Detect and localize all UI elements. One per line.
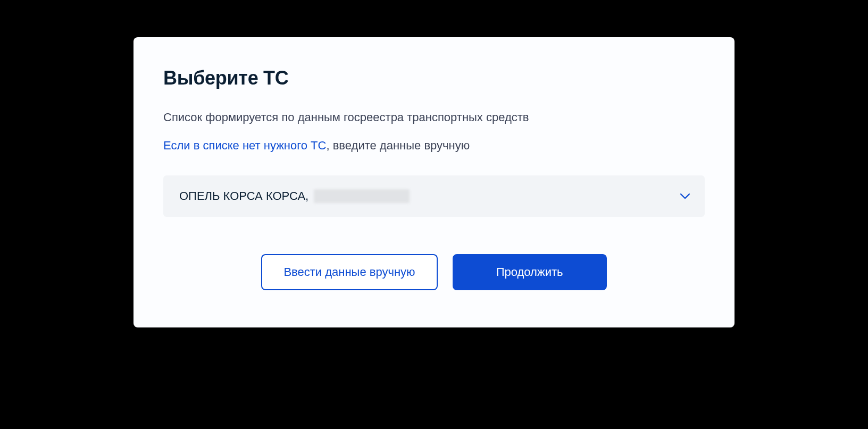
chevron-down-icon [680,191,690,201]
description-text: Список формируется по данным госреестра … [163,108,705,126]
select-value: ОПЕЛЬ КОРСА КОРСА, [179,189,308,203]
manual-entry-link[interactable]: Если в списке нет нужного ТС [163,139,326,152]
continue-button[interactable]: Продолжить [453,254,607,290]
manual-entry-button[interactable]: Ввести данные вручную [261,254,437,290]
vehicle-select-dropdown[interactable]: ОПЕЛЬ КОРСА КОРСА, [163,175,705,217]
button-row: Ввести данные вручную Продолжить [163,254,705,290]
page-title: Выберите ТС [163,67,705,89]
vehicle-select-card: Выберите ТС Список формируется по данным… [133,37,735,327]
hint-rest-text: , введите данные вручную [326,139,470,152]
hint-text: Если в списке нет нужного ТС, введите да… [163,137,705,154]
redacted-placeholder [314,189,410,203]
select-content: ОПЕЛЬ КОРСА КОРСА, [179,189,410,203]
